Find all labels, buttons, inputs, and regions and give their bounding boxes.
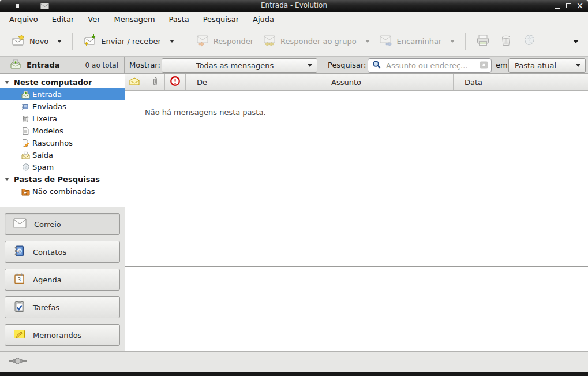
scope-label: em bbox=[496, 57, 508, 73]
forward-button[interactable]: Encaminhar bbox=[374, 30, 460, 53]
reply-button[interactable]: Responder bbox=[191, 30, 258, 53]
folder-bar: Entrada 0 ao total Mostrar: Todas as men… bbox=[0, 56, 588, 74]
search-icon[interactable] bbox=[372, 60, 381, 71]
column-date-label: Data bbox=[454, 78, 482, 87]
folder-saida[interactable]: Saída bbox=[0, 149, 125, 161]
folder-modelos[interactable]: Modelos bbox=[0, 125, 125, 137]
switcher-tasks-button[interactable]: Tarefas bbox=[5, 296, 120, 318]
svg-text:@: @ bbox=[17, 248, 22, 254]
column-date[interactable]: Data bbox=[454, 74, 588, 90]
toolbar-separator bbox=[465, 33, 466, 50]
contacts-icon: @ bbox=[13, 245, 25, 259]
column-message-status[interactable] bbox=[125, 74, 144, 90]
column-subject-label: Assunto bbox=[320, 78, 361, 87]
switcher-label: Correio bbox=[34, 220, 61, 229]
message-status-icon bbox=[129, 77, 140, 87]
folder-nao-combinadas[interactable]: Não combinadas bbox=[0, 185, 125, 198]
send-receive-icon bbox=[83, 33, 97, 49]
forward-dropdown-arrow[interactable] bbox=[450, 40, 455, 43]
new-dropdown-arrow[interactable] bbox=[57, 40, 62, 43]
menu-pesquisar[interactable]: Pesquisar bbox=[196, 13, 246, 25]
menu-ajuda[interactable]: Ajuda bbox=[246, 13, 281, 25]
evolution-window: Entrada - Evolution × Arquivo Editar Ver… bbox=[0, 0, 588, 376]
search-input[interactable] bbox=[385, 61, 479, 70]
folder-label: Enviadas bbox=[32, 102, 66, 111]
menu-pasta[interactable]: Pasta bbox=[162, 13, 196, 25]
send-receive-dropdown-arrow[interactable] bbox=[170, 40, 174, 43]
sent-stamp-icon bbox=[21, 102, 30, 111]
toolbar-separator bbox=[72, 33, 73, 50]
show-filter-value: Todas as mensagens bbox=[162, 61, 308, 70]
memos-icon bbox=[13, 329, 25, 341]
toolbar-overflow-button[interactable] bbox=[573, 40, 579, 43]
folder-label: Lixeira bbox=[32, 114, 57, 123]
column-priority[interactable] bbox=[165, 74, 186, 90]
folder-label: Rascunhos bbox=[32, 139, 73, 147]
tree-group-this-computer[interactable]: Neste computador bbox=[0, 76, 125, 88]
search-scope-value: Pasta atual bbox=[509, 61, 576, 70]
drafts-pencil-icon bbox=[21, 139, 30, 147]
folder-label: Saída bbox=[32, 151, 53, 159]
menu-ver[interactable]: Ver bbox=[81, 13, 107, 25]
mail-icon bbox=[13, 218, 27, 230]
toolbar-separator bbox=[185, 33, 185, 50]
column-attachment[interactable] bbox=[144, 74, 165, 90]
folder-entrada[interactable]: Entrada bbox=[0, 88, 125, 100]
reply-icon bbox=[196, 33, 209, 49]
tasks-icon bbox=[13, 300, 25, 314]
preview-pane bbox=[125, 267, 588, 351]
maximize-button[interactable] bbox=[565, 2, 572, 10]
junk-button[interactable] bbox=[518, 30, 541, 53]
new-button[interactable]: Novo bbox=[7, 30, 66, 53]
close-button[interactable]: × bbox=[576, 2, 583, 10]
search-clear-icon[interactable] bbox=[479, 61, 489, 71]
outbox-icon bbox=[21, 151, 30, 159]
printer-icon bbox=[476, 33, 490, 49]
folder-rascunhos[interactable]: Rascunhos bbox=[0, 137, 125, 149]
switcher-calendar-button[interactable]: 3 Agenda bbox=[5, 269, 120, 291]
status-bar bbox=[0, 351, 588, 372]
online-status-plug-icon[interactable] bbox=[8, 356, 29, 367]
inbox-icon bbox=[10, 59, 21, 70]
minimize-button[interactable] bbox=[553, 2, 560, 10]
print-button[interactable] bbox=[471, 30, 495, 53]
folder-enviadas[interactable]: Enviadas bbox=[0, 100, 125, 113]
empty-folder-text: Não há mensagens nesta pasta. bbox=[125, 91, 588, 117]
search-box bbox=[368, 58, 492, 73]
search-scope-dropdown[interactable]: Pasta atual bbox=[508, 58, 586, 73]
column-from[interactable]: De bbox=[186, 74, 320, 90]
reply-all-icon bbox=[263, 33, 276, 49]
switcher-mail-button[interactable]: Correio bbox=[5, 213, 120, 235]
switcher-memos-button[interactable]: Memorandos bbox=[5, 324, 120, 346]
group-label: Pastas de Pesquisas bbox=[14, 175, 100, 184]
folder-tree: Neste computador Entrada Enviadas Lixeir… bbox=[0, 74, 125, 207]
message-list: Não há mensagens nesta pasta. bbox=[125, 91, 588, 266]
forward-icon bbox=[379, 33, 393, 49]
reply-group-button[interactable]: Responder ao grupo bbox=[258, 30, 374, 53]
column-subject[interactable]: Assunto bbox=[320, 74, 454, 90]
delete-button[interactable] bbox=[495, 30, 518, 53]
trash-icon bbox=[499, 33, 513, 49]
reply-group-dropdown-arrow[interactable] bbox=[365, 40, 370, 43]
new-button-label: Novo bbox=[29, 37, 48, 46]
reply-group-label: Responder ao grupo bbox=[280, 37, 357, 46]
show-filter-dropdown[interactable]: Todas as mensagens bbox=[162, 58, 317, 73]
calendar-icon: 3 bbox=[13, 273, 25, 286]
menu-arquivo[interactable]: Arquivo bbox=[2, 13, 45, 25]
folder-lixeira[interactable]: Lixeira bbox=[0, 113, 125, 125]
menu-editar[interactable]: Editar bbox=[45, 13, 81, 25]
expander-icon[interactable] bbox=[5, 81, 9, 84]
search-label: Pesquisar: bbox=[328, 57, 366, 73]
window-controls: × bbox=[553, 0, 583, 12]
send-receive-button[interactable]: Enviar / receber bbox=[78, 30, 179, 53]
switcher-label: Contatos bbox=[33, 248, 66, 256]
show-label: Mostrar: bbox=[129, 57, 160, 73]
menu-mensagem[interactable]: Mensagem bbox=[107, 13, 162, 25]
expander-icon[interactable] bbox=[5, 178, 9, 181]
tree-group-search-folders[interactable]: Pastas de Pesquisas bbox=[0, 173, 125, 185]
menubar: Arquivo Editar Ver Mensagem Pasta Pesqui… bbox=[0, 12, 588, 27]
switcher-contacts-button[interactable]: @ Contatos bbox=[5, 241, 120, 263]
spam-junk-icon bbox=[21, 163, 30, 172]
paperclip-icon bbox=[151, 76, 159, 88]
folder-spam[interactable]: Spam bbox=[0, 161, 125, 173]
